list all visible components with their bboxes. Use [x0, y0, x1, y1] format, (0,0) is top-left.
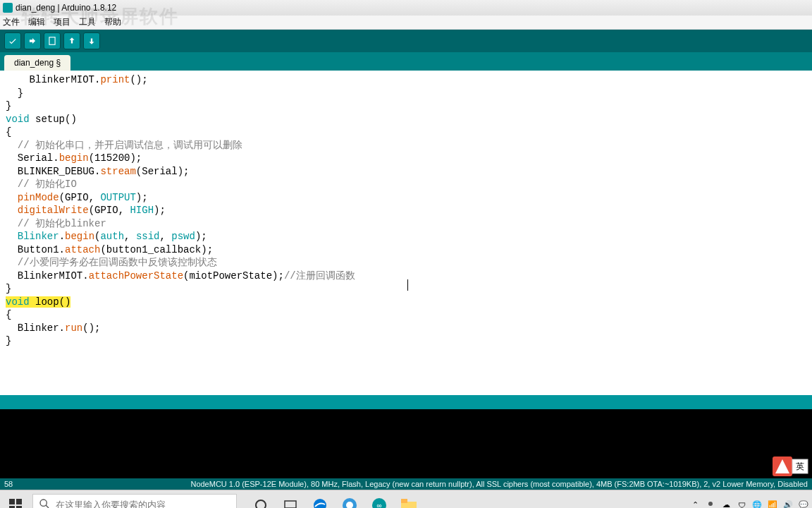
svg-text:英: 英 — [796, 461, 804, 471]
svg-point-10 — [256, 500, 266, 509]
svg-rect-4 — [9, 499, 15, 504]
tray-people-icon[interactable] — [705, 500, 716, 509]
upload-button[interactable] — [24, 32, 41, 49]
tab-sketch[interactable]: dian_deng § — [4, 55, 70, 71]
cortana-icon[interactable] — [252, 497, 269, 509]
status-divider — [0, 395, 812, 409]
code-editor[interactable]: BlinkerMIOT.print(); } } void setup() { … — [0, 71, 812, 395]
svg-rect-6 — [9, 506, 15, 509]
new-button[interactable] — [44, 32, 61, 49]
menu-file[interactable]: 文件 — [3, 16, 20, 28]
toolbar — [0, 30, 812, 52]
arduino-taskbar-icon[interactable]: ∞ — [371, 497, 388, 509]
svg-text:∞: ∞ — [376, 502, 381, 509]
menu-help[interactable]: 帮助 — [104, 16, 121, 28]
explorer-icon[interactable] — [400, 497, 417, 509]
svg-point-8 — [40, 500, 47, 506]
line-number: 58 — [4, 480, 13, 488]
task-view-icon[interactable] — [282, 497, 299, 509]
tray-notification-icon[interactable]: 💬 — [798, 500, 809, 509]
search-input[interactable] — [56, 500, 230, 508]
window-title: dian_deng | Arduino 1.8.12 — [16, 3, 116, 13]
taskbar-search[interactable] — [32, 494, 237, 509]
status-bar: 58 NodeMCU 1.0 (ESP-12E Module), 80 MHz,… — [0, 478, 812, 490]
menu-edit[interactable]: 编辑 — [28, 16, 45, 28]
taskbar: ∞ ⌃ ☁ 🛡 🌐 📶 🔊 💬 — [0, 490, 812, 508]
open-button[interactable] — [63, 32, 80, 49]
svg-rect-0 — [49, 37, 55, 45]
title-bar: dian_deng | Arduino 1.8.12 — [0, 0, 812, 16]
text-cursor — [407, 279, 408, 291]
menu-bar: 文件 编辑 项目 工具 帮助 — [0, 16, 812, 30]
save-button[interactable] — [83, 32, 100, 49]
system-tray: ⌃ ☁ 🛡 🌐 📶 🔊 💬 — [689, 490, 809, 508]
task-icons: ∞ — [252, 497, 417, 509]
app-icon-1[interactable] — [341, 497, 358, 509]
start-button[interactable] — [0, 490, 31, 509]
tray-security-icon[interactable]: 🛡 — [736, 500, 747, 509]
tab-bar: dian_deng § — [0, 52, 812, 71]
svg-rect-7 — [16, 506, 22, 509]
tab-label: dian_deng § — [14, 58, 61, 68]
svg-line-9 — [46, 505, 49, 508]
board-info: NodeMCU 1.0 (ESP-12E Module), 80 MHz, Fl… — [190, 480, 808, 488]
verify-button[interactable] — [4, 32, 21, 49]
tray-network-icon[interactable]: 🌐 — [751, 500, 763, 509]
tray-volume-icon[interactable]: 🔊 — [782, 500, 794, 509]
svg-rect-5 — [16, 499, 22, 504]
menu-project[interactable]: 项目 — [54, 16, 70, 28]
arduino-icon — [3, 3, 13, 13]
svg-rect-11 — [285, 501, 296, 508]
tray-chevron-icon[interactable]: ⌃ — [689, 500, 701, 509]
svg-rect-19 — [401, 499, 407, 503]
tray-wifi-icon[interactable]: 📶 — [767, 500, 778, 509]
search-icon — [39, 498, 50, 508]
ime-badge[interactable]: 英 — [773, 456, 809, 478]
svg-point-20 — [708, 502, 713, 506]
menu-tools[interactable]: 工具 — [79, 16, 96, 28]
console-output[interactable] — [0, 409, 812, 478]
tray-onedrive-icon[interactable]: ☁ — [720, 500, 732, 509]
edge-icon[interactable] — [312, 497, 328, 509]
